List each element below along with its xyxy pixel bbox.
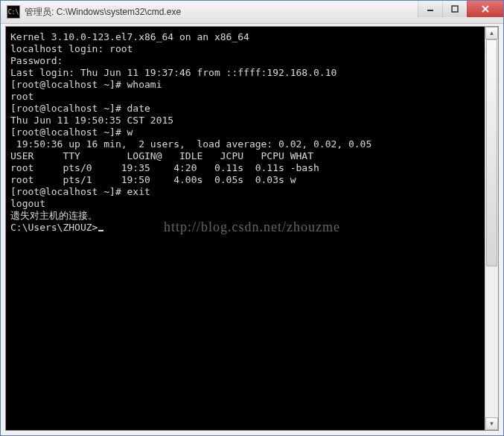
terminal-line: [root@localhost ~]# w (10, 126, 482, 138)
titlebar-text: 管理员: C:\Windows\system32\cmd.exe (25, 6, 181, 19)
terminal-line: logout (10, 198, 482, 210)
window-buttons (418, 1, 503, 17)
vertical-scrollbar[interactable]: ▲ ▼ (485, 27, 498, 430)
terminal-line: [root@localhost ~]# date (10, 103, 482, 115)
minimize-button[interactable] (418, 1, 442, 17)
scroll-thumb[interactable] (486, 39, 497, 266)
close-icon (481, 5, 490, 13)
cmd-window: C:\ 管理员: C:\Windows\system32\cmd.exe Ker… (0, 0, 504, 436)
terminal-line: 19:50:36 up 16 min, 2 users, load averag… (10, 138, 482, 150)
terminal-line: USER TTY LOGIN@ IDLE JCPU PCPU WHAT (10, 150, 482, 162)
terminal-line: Kernel 3.10.0-123.el7.x86_64 on an x86_6… (10, 31, 482, 43)
scroll-track[interactable] (485, 39, 498, 417)
terminal-line: [root@localhost ~]# whoami (10, 79, 482, 91)
terminal-line: root (10, 91, 482, 103)
terminal-line: root pts/0 19:35 4:20 0.11s 0.11s -bash (10, 162, 482, 174)
terminal-line: C:\Users\ZHOUZ> (10, 222, 482, 234)
scroll-down-button[interactable]: ▼ (485, 417, 498, 430)
cmd-icon: C:\ (7, 5, 20, 19)
maximize-button[interactable] (442, 1, 467, 17)
terminal-line: Password: (10, 55, 482, 67)
terminal-line: Last login: Thu Jun 11 19:37:46 from ::f… (10, 67, 482, 79)
maximize-icon (451, 5, 459, 13)
terminal-line: [root@localhost ~]# exit (10, 186, 482, 198)
terminal-line: localhost login: root (10, 43, 482, 55)
terminal-content[interactable]: Kernel 3.10.0-123.el7.x86_64 on an x86_6… (6, 27, 485, 430)
close-button[interactable] (467, 1, 503, 17)
minimize-icon (427, 5, 434, 13)
scroll-up-button[interactable]: ▲ (485, 27, 498, 39)
terminal-area: Kernel 3.10.0-123.el7.x86_64 on an x86_6… (5, 26, 499, 431)
titlebar[interactable]: C:\ 管理员: C:\Windows\system32\cmd.exe (1, 1, 503, 24)
svg-rect-1 (452, 6, 458, 12)
terminal-line: root pts/1 19:50 4.00s 0.05s 0.03s w (10, 174, 482, 186)
cursor (98, 230, 103, 231)
terminal-line: 遗失对主机的连接。 (10, 210, 482, 222)
terminal-line: Thu Jun 11 19:50:35 CST 2015 (10, 115, 482, 126)
